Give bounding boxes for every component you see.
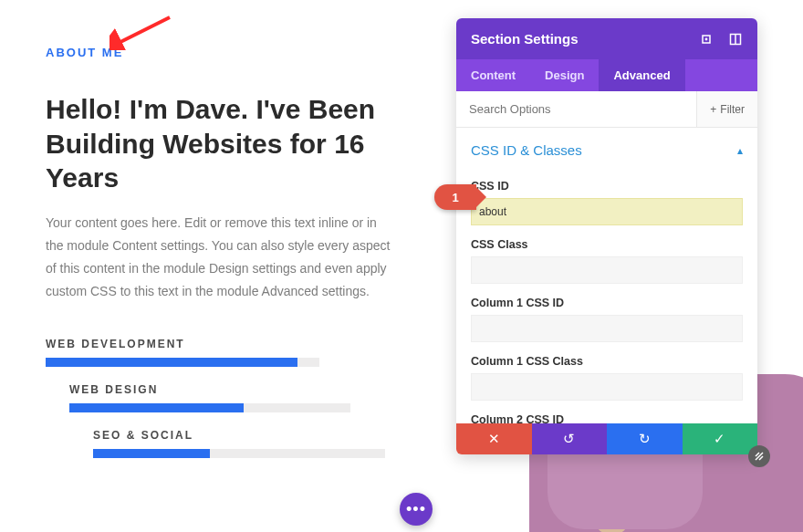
more-icon: ••• [406,500,426,519]
css-id-input[interactable] [471,198,743,225]
field-label: CSS Class [471,238,743,251]
snap-icon[interactable] [728,32,743,47]
skill-bars: WEB DEVELOPMENT WEB DESIGN SEO & SOCIAL [46,338,392,458]
panel-title: Section Settings [471,31,579,47]
panel-header[interactable]: Section Settings [456,18,757,59]
about-section: ABOUT ME Hello! I'm Dave. I've Been Buil… [0,0,392,458]
search-input[interactable] [456,91,696,127]
skill-bar-fill [46,358,297,367]
expand-icon[interactable] [699,32,714,47]
skill-item[interactable]: WEB DEVELOPMENT [46,338,392,367]
filter-button[interactable]: + Filter [696,91,757,127]
skill-item[interactable]: SEO & SOCIAL [93,429,392,458]
annotation-marker-1: 1 [434,184,476,210]
section-description[interactable]: Your content goes here. Edit or remove t… [46,212,392,304]
builder-fab[interactable]: ••• [400,493,433,526]
cancel-button[interactable]: ✕ [456,423,532,454]
section-eyebrow: ABOUT ME [46,46,392,59]
section-heading[interactable]: Hello! I'm Dave. I've Been Building Webs… [46,92,392,195]
panel-body: CSS ID & Classes ▴ CSS ID CSS Class Colu… [456,128,757,423]
group-header[interactable]: CSS ID & Classes ▴ [471,139,743,167]
plus-icon: + [710,103,716,116]
undo-icon: ↺ [563,431,575,447]
skill-bar-track [46,358,319,367]
resize-handle[interactable] [748,445,770,467]
filter-label: Filter [720,103,745,116]
skill-bar-track [93,449,385,458]
column1-css-id-input[interactable] [471,315,743,342]
panel-search-row: + Filter [456,91,757,128]
redo-icon: ↻ [639,431,651,447]
tab-advanced[interactable]: Advanced [599,59,684,91]
panel-tabs: Content Design Advanced [456,59,757,91]
skill-item[interactable]: WEB DESIGN [69,383,392,412]
skill-label: WEB DEVELOPMENT [46,338,392,350]
chevron-up-icon: ▴ [737,144,743,157]
tab-content[interactable]: Content [456,59,530,91]
column1-css-class-input[interactable] [471,373,743,401]
skill-bar-track [69,403,350,412]
check-icon: ✓ [714,431,725,447]
field-label: Column 2 CSS ID [471,413,743,423]
group-title: CSS ID & Classes [471,142,582,158]
field-label: Column 1 CSS ID [471,297,743,309]
tab-design[interactable]: Design [530,59,599,91]
undo-button[interactable]: ↺ [532,423,608,454]
save-button[interactable]: ✓ [683,423,758,454]
panel-footer: ✕ ↺ ↻ ✓ [456,423,757,454]
close-icon: ✕ [488,431,500,447]
skill-label: WEB DESIGN [69,383,392,396]
field-label: Column 1 CSS Class [471,355,743,368]
svg-point-6 [705,37,708,40]
css-class-input[interactable] [471,256,743,284]
skill-label: SEO & SOCIAL [93,429,392,442]
redo-button[interactable]: ↻ [607,423,683,454]
field-label: CSS ID [471,180,743,193]
section-settings-panel: Section Settings Content Design Advanced… [456,18,757,454]
skill-bar-fill [93,449,210,458]
skill-bar-fill [69,403,244,412]
